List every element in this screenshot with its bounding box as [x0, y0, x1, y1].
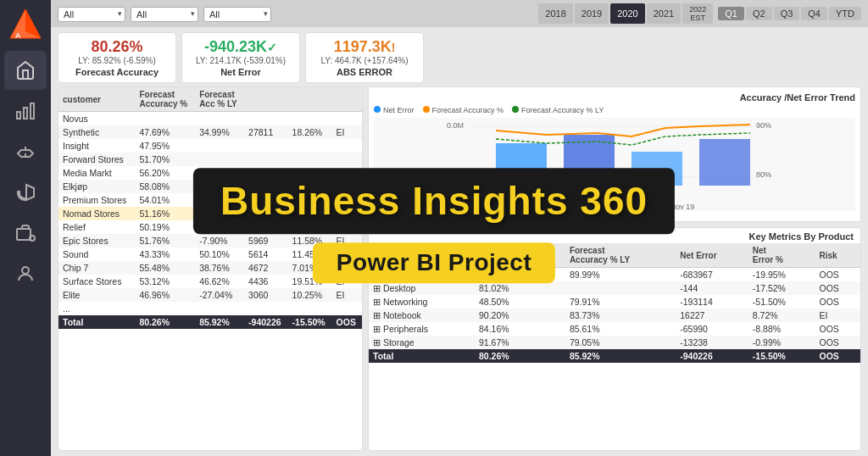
cell-fa: 43.33%	[135, 247, 195, 261]
cell-total-fa: 80.26%	[475, 349, 565, 363]
cell-d: 12.78%	[288, 207, 332, 220]
kpi-ly-net-error: LY: 214.17K (-539.01%)	[191, 56, 291, 65]
cell-ne-pct: -19.95%	[748, 268, 815, 282]
year-tab-2020[interactable]: 2020	[610, 3, 644, 24]
quarter-tab-q1[interactable]: Q1	[718, 7, 744, 20]
cell-fa: 81.02%	[475, 281, 565, 295]
cell-d: 19.51%	[288, 275, 332, 288]
col-ne-pct: NetError %	[748, 243, 815, 268]
cell-fa: 91.67%	[475, 336, 565, 349]
col-faly: ForecastAccuracy % LY	[565, 243, 676, 268]
cell-risk: OOS	[815, 322, 860, 336]
cell-name: Surface Stores	[58, 275, 135, 288]
legend-faly: Forecast Accuracy % LY	[512, 106, 604, 114]
year-tab-2022est[interactable]: 2022EST	[682, 3, 713, 24]
cell-risk: OOS	[815, 336, 860, 349]
cell-fa: 77.91%	[475, 268, 565, 282]
cell-risk	[332, 112, 362, 126]
quarter-tab-q4[interactable]: Q4	[801, 7, 827, 20]
cell-risk: EI	[332, 247, 362, 261]
cell-name: Media Markt	[58, 166, 135, 180]
main-content: All All All 2018 2019 2020 2021 2022EST	[51, 0, 868, 456]
cell-c: 27811	[244, 125, 287, 139]
svg-rect-4	[24, 108, 27, 119]
legend-net-error: Net Error	[374, 106, 415, 114]
kpi-value-net-error: -940.23K✓	[191, 38, 291, 56]
cell-name: ...	[58, 302, 135, 315]
cell-c: 6516	[244, 220, 287, 234]
sidebar-item-megaphone[interactable]	[4, 173, 47, 212]
chart-legend: Net Error Forecast Accuracy % Forecast A…	[374, 106, 855, 114]
table-row: Elite 46.96% -27.04% 3060 10.25% EI	[58, 288, 362, 302]
customer-table-panel: customer ForecastAccuracy % ForecastAcc …	[58, 86, 363, 451]
col-fa: ForecastAccuracy %	[475, 243, 565, 268]
sidebar-item-home[interactable]	[4, 51, 47, 90]
sidebar-item-handshake[interactable]	[4, 132, 47, 171]
product-table-row: ⊞ Accessories 77.91% 89.99% -683967 -19.…	[369, 268, 860, 282]
col-risk	[332, 87, 362, 112]
cell-faly	[195, 153, 244, 166]
product-table-total-row: Total 80.26% 85.92% -940226 -15.50% OOS	[369, 349, 860, 363]
customer-table: customer ForecastAccuracy % ForecastAcc …	[58, 87, 362, 329]
cell-faly: 79.05%	[565, 336, 676, 349]
year-tab-2021[interactable]: 2021	[647, 3, 681, 24]
svg-text:0.0M: 0.0M	[447, 121, 464, 130]
cell-faly: 45.11%	[195, 193, 244, 207]
product-table-header-row: segment ForecastAccuracy % ForecastAccur…	[369, 243, 860, 268]
kpi-card-forecast-accuracy: 80.26% LY: 85.92% (-6.59%) Forecast Accu…	[58, 32, 176, 83]
kpi-ly-forecast-accuracy: LY: 85.92% (-6.59%)	[67, 56, 167, 65]
year-tab-2019[interactable]: 2019	[575, 3, 609, 24]
cell-risk: EI	[332, 125, 362, 139]
cell-d: 18.18%	[288, 180, 332, 193]
product-table-title: Key Metrics By Product	[369, 228, 860, 243]
filter-select-3[interactable]: All	[203, 7, 271, 22]
cell-risk	[332, 153, 362, 166]
filter-select-2[interactable]: All	[131, 7, 198, 22]
middle-section: customer ForecastAccuracy % ForecastAcc …	[51, 86, 868, 456]
cell-c: 3060	[244, 288, 287, 302]
cell-risk: EI	[332, 193, 362, 207]
cell-name: Epic Stores	[58, 234, 135, 247]
col-c	[244, 87, 287, 112]
cell-segment: ⊞ Desktop	[369, 281, 475, 295]
cell-segment: ⊞ Networking	[369, 295, 475, 309]
sidebar-item-chart[interactable]	[4, 92, 47, 131]
chart-panel: Accuracy /Net Error Trend Net Error Fore…	[368, 86, 861, 222]
cell-ne: -683967	[676, 268, 748, 282]
col-risk: Risk	[815, 243, 860, 268]
cell-ne: -144	[676, 281, 748, 295]
cell-faly: 34.99%	[195, 125, 244, 139]
svg-text:-0.5M: -0.5M	[447, 175, 466, 183]
cell-fa: 90.20%	[475, 309, 565, 322]
kpi-label-forecast-accuracy: Forecast Accuracy	[67, 67, 167, 77]
cell-name: Forward Stores	[58, 153, 135, 166]
cell-c	[244, 153, 287, 166]
sidebar-item-person[interactable]	[4, 254, 47, 293]
cell-ne: -65990	[676, 322, 748, 336]
cell-faly	[195, 302, 244, 315]
cell-d: 13.02%	[288, 193, 332, 207]
quarter-tab-q3[interactable]: Q3	[774, 7, 800, 20]
svg-text:A: A	[15, 31, 21, 40]
quarter-tab-q2[interactable]: Q2	[746, 7, 772, 20]
kpi-value-forecast-accuracy: 80.26%	[67, 38, 167, 56]
cell-faly	[195, 166, 244, 180]
product-table: segment ForecastAccuracy % ForecastAccur…	[369, 243, 860, 363]
table-row: Media Markt 56.20%	[58, 166, 362, 180]
sidebar-item-supply[interactable]	[4, 214, 47, 253]
filter-bar: All All All 2018 2019 2020 2021 2022EST	[51, 0, 868, 27]
cell-faly: 79.91%	[565, 295, 676, 309]
cell-risk: OOS	[815, 268, 860, 282]
cell-name: Synthetic	[58, 125, 135, 139]
quarter-tab-ytd[interactable]: YTD	[829, 7, 861, 20]
cell-risk: EI	[332, 288, 362, 302]
cell-c	[244, 302, 287, 315]
filter-select-1[interactable]: All	[58, 7, 125, 22]
cell-total-ne-pct: -15.50%	[748, 349, 815, 363]
year-tab-2018[interactable]: 2018	[538, 3, 572, 24]
cell-ne: 16227	[676, 309, 748, 322]
cell-d	[288, 139, 332, 153]
filter-select-3-wrap: All	[203, 6, 271, 22]
table-row: Epic Stores 51.76% -7.90% 5969 11.58% EI	[58, 234, 362, 247]
svg-rect-20	[699, 139, 750, 186]
